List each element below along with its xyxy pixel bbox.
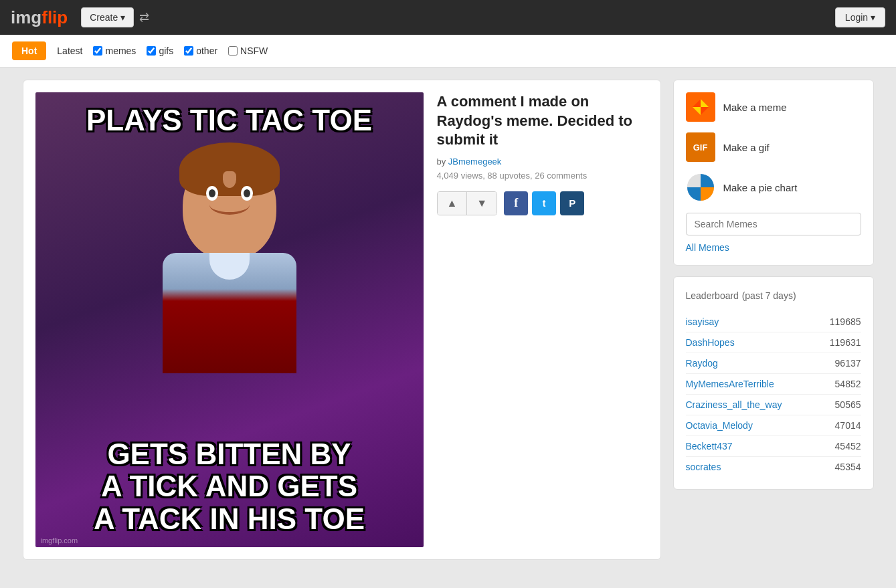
other-checkbox[interactable]	[184, 46, 193, 56]
leaderboard-row: Raydog96137	[686, 353, 861, 374]
logo-flip-text: flip	[41, 7, 68, 28]
svg-marker-2	[701, 107, 709, 115]
downvote-button[interactable]: ▼	[467, 192, 497, 215]
facebook-icon: f	[514, 196, 518, 210]
leaderboard-row: MyMemesAreTerrible54852	[686, 374, 861, 395]
login-button[interactable]: Login ▾	[835, 7, 885, 27]
leaderboard-score: 96137	[835, 358, 861, 369]
leaderboard-score: 50565	[835, 399, 861, 410]
make-gif-item[interactable]: GIF Make a gif	[686, 132, 861, 162]
leaderboard-row: Craziness_all_the_way50565	[686, 395, 861, 415]
nsfw-checkbox[interactable]	[228, 46, 238, 56]
make-gif-label: Make a gif	[723, 142, 770, 153]
leaderboard-score: 47014	[835, 420, 861, 431]
vote-buttons: ▲ ▼	[437, 191, 498, 215]
leaderboard-username[interactable]: DashHopes	[686, 337, 735, 348]
author-link[interactable]: JBmemegeek	[448, 157, 501, 167]
leaderboard-title: Leaderboard (past 7 days)	[686, 289, 861, 302]
leaderboard-row: Octavia_Melody47014	[686, 415, 861, 436]
gifs-filter-check[interactable]: gifs	[147, 45, 173, 56]
meme-top-text: PLAYS TIC TAC TOE	[35, 104, 424, 136]
post-stats: 4,049 views, 88 upvotes, 26 comments	[437, 171, 648, 181]
meme-image-wrap: PLAYS TIC TAC TOE	[35, 92, 424, 547]
leaderboard-rows: isayisay119685DashHopes119631Raydog96137…	[686, 312, 861, 477]
make-pie-label: Make a pie chart	[723, 182, 798, 193]
header-left: imgflip Create ▾ ⇄	[11, 7, 147, 28]
leaderboard-username[interactable]: isayisay	[686, 316, 719, 327]
leaderboard-score: 45354	[835, 462, 861, 472]
main-content: PLAYS TIC TAC TOE	[13, 80, 883, 560]
post-info: A comment I made on Raydog's meme. Decid…	[437, 92, 648, 547]
leaderboard-row: Beckett43745452	[686, 436, 861, 457]
nsfw-filter-check[interactable]: NSFW	[228, 45, 268, 56]
gifs-checkbox[interactable]	[147, 46, 156, 56]
make-pie-item[interactable]: Make a pie chart	[686, 173, 861, 202]
pie-chart-icon	[686, 173, 715, 202]
leaderboard-row: isayisay119685	[686, 312, 861, 332]
twitter-icon: t	[543, 198, 546, 209]
leaderboard-username[interactable]: socrates	[686, 462, 721, 472]
leaderboard-username[interactable]: MyMemesAreTerrible	[686, 379, 774, 389]
gif-badge: GIF	[693, 142, 708, 153]
leaderboard: Leaderboard (past 7 days) isayisay119685…	[673, 276, 874, 490]
sidebar: Make a meme GIF Make a gif	[673, 80, 874, 560]
leaderboard-score: 119631	[830, 337, 861, 348]
post-card: PLAYS TIC TAC TOE	[23, 80, 661, 560]
vote-share-row: ▲ ▼ f t P	[437, 191, 648, 215]
svg-marker-3	[693, 107, 701, 115]
leaderboard-username[interactable]: Beckett437	[686, 441, 733, 452]
gif-icon: GIF	[686, 132, 715, 162]
search-memes-input[interactable]	[686, 213, 861, 235]
share-buttons: f t P	[504, 191, 584, 215]
pinwheel-icon	[691, 98, 710, 116]
leaderboard-username[interactable]: Octavia_Melody	[686, 420, 753, 431]
make-meme-label: Make a meme	[723, 102, 787, 113]
other-filter-check[interactable]: other	[184, 45, 217, 56]
meme-image: PLAYS TIC TAC TOE	[35, 92, 424, 547]
filter-bar: Hot Latest memes gifs other NSFW	[0, 35, 896, 68]
svg-marker-1	[693, 99, 701, 107]
svg-marker-0	[701, 99, 709, 107]
upvote-button[interactable]: ▲	[438, 192, 468, 215]
pintomeme-share-button[interactable]: P	[560, 191, 584, 215]
meme-bottom-text: GETS BITTEN BYA TICK AND GETSA TACK IN H…	[35, 438, 424, 535]
memes-checkbox[interactable]	[93, 46, 102, 56]
leaderboard-score: 45452	[835, 441, 861, 452]
logo-img-text: img	[11, 7, 41, 28]
leaderboard-score: 119685	[830, 316, 861, 327]
memes-filter-check[interactable]: memes	[93, 45, 136, 56]
all-memes-link[interactable]: All Memes	[686, 242, 729, 253]
make-meme-item[interactable]: Make a meme	[686, 92, 861, 122]
meme-icon	[686, 92, 715, 122]
meme-subject	[163, 153, 296, 373]
logo: imgflip	[11, 7, 68, 28]
facebook-share-button[interactable]: f	[504, 191, 528, 215]
post-author: by JBmemegeek	[437, 157, 648, 167]
leaderboard-row: DashHopes119631	[686, 332, 861, 353]
pintomeme-icon: P	[569, 197, 575, 209]
post-title: A comment I made on Raydog's meme. Decid…	[437, 92, 648, 150]
create-button[interactable]: Create ▾	[81, 7, 134, 27]
sidebar-tools: Make a meme GIF Make a gif	[673, 80, 874, 266]
shuffle-button[interactable]: ⇄	[139, 10, 147, 25]
hot-filter-button[interactable]: Hot	[12, 41, 46, 60]
leaderboard-username[interactable]: Craziness_all_the_way	[686, 399, 782, 410]
leaderboard-score: 54852	[835, 379, 861, 389]
latest-filter-link[interactable]: Latest	[57, 45, 82, 56]
header: imgflip Create ▾ ⇄ Login ▾	[0, 0, 896, 35]
watermark: imgflip.com	[41, 536, 78, 545]
leaderboard-username[interactable]: Raydog	[686, 358, 718, 369]
leaderboard-row: socrates45354	[686, 457, 861, 477]
twitter-share-button[interactable]: t	[532, 191, 556, 215]
